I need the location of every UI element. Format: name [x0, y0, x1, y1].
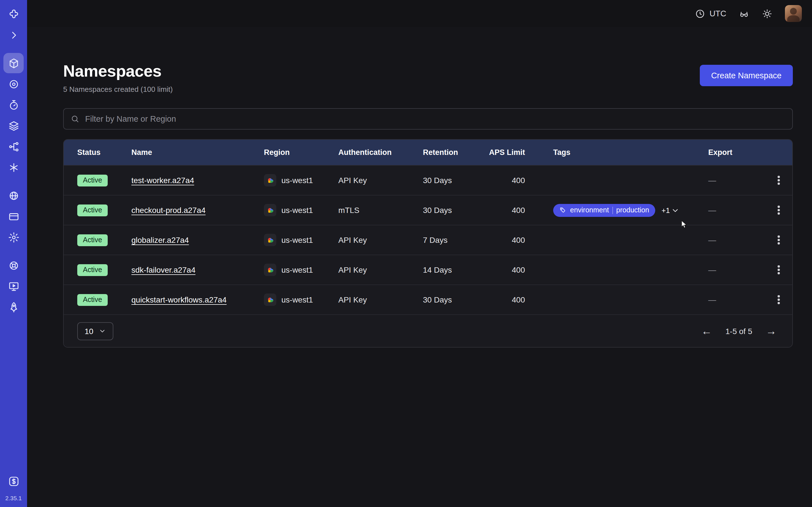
previous-page-button[interactable]: ← — [701, 326, 712, 336]
row-menu-button[interactable] — [770, 172, 787, 189]
tag-value: production — [616, 206, 649, 214]
page-content: Namespaces 5 Namespaces created (100 lim… — [27, 27, 812, 507]
app-version: 2.35.1 — [5, 495, 22, 501]
namespace-link[interactable]: sdk-failover.a27a4 — [132, 265, 195, 274]
export-value: — — [701, 235, 765, 244]
user-avatar[interactable] — [785, 5, 802, 22]
column-header-name: Name — [132, 148, 264, 157]
sidebar-nav-help — [3, 255, 24, 318]
search-icon — [70, 114, 80, 123]
namespace-link[interactable]: globalizer.a27a4 — [132, 235, 189, 244]
create-namespace-button[interactable]: Create Namespace — [700, 65, 793, 86]
auth-value: API Key — [338, 176, 423, 185]
usage-dollar-icon[interactable] — [3, 471, 24, 491]
theme-toggle-button[interactable] — [762, 8, 772, 19]
retention-value: 30 Days — [423, 176, 489, 185]
sidebar-item-globe[interactable] — [3, 185, 24, 206]
column-header-auth: Authentication — [338, 148, 423, 157]
sidebar: 2.35.1 — [0, 0, 27, 507]
asterisk-icon — [8, 161, 19, 173]
namespace-link[interactable]: test-worker.a27a4 — [132, 176, 194, 185]
gear-icon — [8, 231, 19, 243]
table-footer: 10 ← 1-5 of 5 → — [64, 314, 792, 347]
export-value: — — [701, 206, 765, 215]
row-menu-button[interactable] — [770, 291, 787, 308]
tags-more-count[interactable]: +1 — [661, 206, 670, 214]
status-badge: Active — [77, 294, 108, 305]
tags-expand-button[interactable] — [671, 206, 679, 214]
chevron-down-icon — [98, 327, 106, 335]
retention-value: 30 Days — [423, 295, 489, 304]
globe-icon — [8, 189, 19, 202]
gcp-cloud-icon — [264, 204, 276, 216]
table-row[interactable]: Active quickstart-workflows.a27a4 us-wes… — [64, 284, 792, 314]
column-header-aps: APS Limit — [489, 148, 525, 157]
sidebar-item-deployments[interactable] — [3, 115, 24, 136]
auth-value: API Key — [338, 235, 423, 244]
sidebar-item-nexus[interactable] — [3, 136, 24, 157]
sidebar-item-billing[interactable] — [3, 206, 24, 226]
page-size-select[interactable]: 10 — [77, 322, 113, 340]
sidebar-expand-button[interactable] — [3, 25, 24, 45]
sun-icon — [762, 8, 772, 19]
region-label: us-west1 — [282, 176, 313, 185]
timezone-button[interactable]: UTC — [695, 8, 726, 19]
sidebar-item-settings[interactable] — [3, 227, 24, 247]
table-header-row: Status Name Region Authentication Retent… — [64, 140, 792, 165]
sidebar-item-batch[interactable] — [3, 157, 24, 177]
glasses-icon — [739, 8, 749, 19]
column-header-status: Status — [77, 148, 132, 157]
sidebar-item-getting-started[interactable] — [3, 297, 24, 317]
retention-value: 7 Days — [423, 235, 489, 244]
export-value: — — [701, 295, 765, 304]
table-row[interactable]: Active sdk-failover.a27a4 us-west1 API K… — [64, 255, 792, 284]
aps-limit-value: 400 — [489, 295, 525, 304]
row-menu-button[interactable] — [770, 262, 787, 278]
aps-limit-value: 400 — [489, 206, 525, 215]
namespaces-table: Status Name Region Authentication Retent… — [63, 139, 793, 348]
sidebar-item-schedules[interactable] — [3, 95, 24, 115]
target-icon — [8, 78, 19, 90]
next-page-button[interactable]: → — [766, 326, 776, 336]
region-label: us-west1 — [282, 265, 313, 274]
sidebar-item-target[interactable] — [3, 74, 24, 94]
row-menu-button[interactable] — [770, 231, 787, 248]
gcp-cloud-icon — [264, 264, 276, 276]
gcp-cloud-icon — [264, 234, 276, 246]
sidebar-item-docs[interactable] — [3, 276, 24, 296]
page-header: Namespaces 5 Namespaces created (100 lim… — [63, 62, 793, 94]
namespace-link[interactable]: checkout-prod.a27a4 — [132, 206, 206, 215]
export-value: — — [701, 176, 765, 185]
sidebar-nav-primary — [3, 53, 24, 178]
tag-key: environment — [570, 206, 609, 214]
mouse-cursor-icon — [679, 219, 688, 230]
sidebar-item-support[interactable] — [3, 255, 24, 276]
page-title: Namespaces — [63, 62, 173, 80]
retention-value: 30 Days — [423, 206, 489, 215]
row-menu-button[interactable] — [770, 202, 787, 219]
gcp-cloud-icon — [264, 293, 276, 306]
labs-button[interactable] — [739, 8, 749, 19]
sidebar-item-namespaces[interactable] — [3, 53, 24, 73]
filter-input[interactable] — [85, 114, 785, 123]
branch-icon — [8, 140, 19, 152]
topbar: UTC — [27, 0, 812, 27]
app-window: 2.35.1 UTC Namespaces 5 Namespaces creat… — [0, 0, 812, 507]
namespace-link[interactable]: quickstart-workflows.a27a4 — [132, 295, 227, 304]
cube-icon — [8, 57, 19, 69]
main-area: UTC Namespaces 5 Namespaces created (100… — [27, 0, 812, 507]
page-size-value: 10 — [85, 327, 93, 335]
auth-value: API Key — [338, 265, 423, 274]
status-badge: Active — [77, 204, 108, 216]
tag-chip[interactable]: environment production — [553, 204, 655, 217]
column-header-tags: Tags — [525, 148, 701, 157]
region-label: us-west1 — [282, 206, 313, 215]
aps-limit-value: 400 — [489, 265, 525, 274]
temporal-logo-icon — [3, 4, 24, 24]
pagination-range: 1-5 of 5 — [725, 327, 752, 335]
table-row[interactable]: Active test-worker.a27a4 us-west1 API Ke… — [64, 165, 792, 195]
status-badge: Active — [77, 234, 108, 246]
column-header-region: Region — [264, 148, 338, 157]
status-badge: Active — [77, 174, 108, 186]
tag-icon — [559, 207, 566, 214]
